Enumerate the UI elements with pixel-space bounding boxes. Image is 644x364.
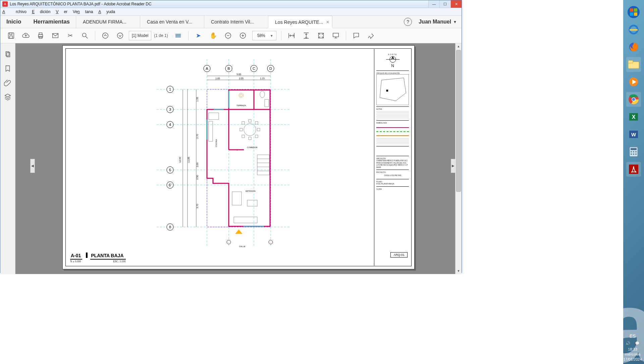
tab-inicio[interactable]: Inicio: [0, 16, 27, 28]
close-button[interactable]: ✕: [450, 0, 462, 8]
hand-tool-icon[interactable]: ✋: [209, 32, 217, 40]
page-down-icon[interactable]: [116, 32, 124, 40]
vertical-scrollbar[interactable]: ▲ ▼: [455, 43, 462, 274]
menu-ver[interactable]: Ver: [56, 9, 67, 14]
page-up-icon[interactable]: [101, 32, 109, 40]
search-icon[interactable]: [81, 32, 89, 40]
separator: [346, 31, 346, 40]
firefox-icon[interactable]: [626, 40, 641, 54]
scroll-down-icon[interactable]: ▼: [455, 268, 462, 274]
separator: [95, 31, 95, 40]
windows-taskbar[interactable]: X W ES 🔊💬 18:33 miércoles 17/01/2024: [623, 0, 644, 364]
title-app: Adobe Acrobat Reader DC: [104, 2, 152, 6]
svg-text:COMEDOR: COMEDOR: [247, 146, 258, 148]
zoom-select[interactable]: 58%▼: [252, 31, 276, 40]
attachment-panel-icon[interactable]: [4, 79, 11, 86]
action-center-icon[interactable]: 💬: [635, 341, 640, 346]
doc-tab-1[interactable]: Casa en Venta en V...: [140, 16, 204, 28]
titlebar[interactable]: A Los Reyes ARQUITECTÓNICO PLANTA BAJA.p…: [0, 0, 462, 8]
pages-panel-icon[interactable]: [4, 51, 11, 58]
svg-rect-73: [257, 155, 269, 175]
menubar: Archivo Edición Ver Ventana Ayuda: [0, 8, 462, 16]
block-spacer: [376, 148, 409, 156]
svg-text:W: W: [631, 132, 636, 137]
title-filename: Los Reyes ARQUITECTÓNICO PLANTA BAJA.pdf: [10, 2, 100, 6]
acrobat-icon[interactable]: [626, 162, 641, 177]
close-tab-icon[interactable]: ✕: [326, 20, 329, 25]
cloud-upload-icon[interactable]: [22, 32, 30, 40]
fit-height-icon[interactable]: [302, 32, 310, 40]
page-model-box[interactable]: [1] Model: [129, 31, 151, 40]
svg-rect-124: [629, 165, 638, 174]
grid-row-1: 1: [169, 87, 171, 91]
clave-box: ARQ-01: [390, 252, 408, 258]
svg-point-83: [260, 91, 265, 98]
location-sketch: [376, 74, 409, 105]
chrome-icon[interactable]: [626, 92, 641, 107]
doc-tab-3-active[interactable]: Los Reyes ARQUITE...✕: [268, 16, 332, 28]
svg-rect-119: [633, 151, 634, 152]
zoom-out-icon[interactable]: [224, 32, 232, 40]
svg-text:1.85: 1.85: [215, 77, 220, 80]
collapse-right-icon[interactable]: ▶: [451, 159, 455, 173]
svg-rect-120: [635, 151, 637, 152]
excel-icon[interactable]: X: [626, 109, 641, 124]
help-icon[interactable]: ?: [404, 18, 412, 26]
user-caret-icon[interactable]: ▼: [453, 20, 457, 24]
scroll-thumb[interactable]: [456, 50, 461, 192]
start-button[interactable]: [626, 5, 641, 19]
comment-icon[interactable]: [352, 32, 360, 40]
svg-text:12.00: 12.00: [179, 157, 181, 163]
menu-ayuda[interactable]: Ayuda: [98, 9, 115, 14]
menu-ventana[interactable]: Ventana: [73, 9, 93, 14]
fit-width-icon[interactable]: [287, 32, 296, 40]
scroll-up-icon[interactable]: ▲: [455, 43, 462, 49]
svg-rect-6: [53, 34, 58, 38]
tray-lang[interactable]: ES: [623, 333, 642, 339]
fit-page-icon[interactable]: [317, 32, 325, 40]
menu-archivo[interactable]: Archivo: [2, 9, 26, 14]
minimize-button[interactable]: —: [428, 0, 439, 8]
maximize-button[interactable]: ☐: [439, 0, 450, 8]
block-ubicacion: UBICACIÓN CARRETERA MÉXICO PUEBLA KM 16.…: [376, 157, 409, 170]
volume-icon[interactable]: 🔊: [626, 341, 630, 346]
word-icon[interactable]: W: [626, 127, 641, 142]
scissors-icon[interactable]: ✂: [66, 32, 74, 40]
svg-rect-121: [631, 153, 632, 155]
layers-panel-icon[interactable]: [4, 93, 11, 100]
svg-point-8: [103, 33, 108, 39]
explorer-icon[interactable]: [626, 57, 641, 72]
grid-col-D: D: [269, 66, 272, 71]
doc-tab-2[interactable]: Contrato Interm Vil...: [204, 16, 268, 28]
zoom-in-icon[interactable]: [239, 32, 247, 40]
wmp-icon[interactable]: [626, 75, 641, 89]
svg-rect-64: [249, 137, 251, 140]
svg-text:2.00: 2.00: [196, 163, 199, 167]
svg-text:TERRAZA: TERRAZA: [236, 104, 246, 106]
print-icon[interactable]: [37, 32, 45, 40]
tab-herramientas[interactable]: Herramientas: [27, 16, 76, 28]
document-view[interactable]: ◀ ▶ ▲ ▼: [15, 43, 462, 274]
svg-point-62: [244, 124, 256, 136]
svg-point-9: [117, 33, 123, 39]
svg-point-91: [227, 240, 231, 244]
tray-time[interactable]: 18:33: [623, 347, 642, 352]
block-clave: CLAVE: [376, 188, 409, 190]
read-mode-icon[interactable]: [332, 32, 340, 40]
collapse-left-icon[interactable]: ◀: [30, 159, 35, 173]
sign-icon[interactable]: [367, 32, 375, 40]
svg-rect-63: [249, 120, 251, 122]
select-arrow-icon[interactable]: ➤: [195, 32, 203, 40]
svg-rect-5: [39, 37, 42, 39]
mail-icon[interactable]: [51, 32, 59, 40]
menu-edicion[interactable]: Edición: [32, 9, 50, 14]
svg-text:1.35: 1.35: [196, 97, 199, 102]
calculator-icon[interactable]: [626, 144, 641, 159]
save-icon[interactable]: [7, 32, 15, 40]
system-tray[interactable]: ES 🔊💬 18:33 miércoles 17/01/2024: [623, 333, 642, 362]
bookmark-panel-icon[interactable]: [4, 65, 11, 72]
doc-tab-0[interactable]: ADENDUM FIRMA...: [76, 16, 140, 28]
thumbnails-icon[interactable]: [174, 32, 182, 40]
ie-icon[interactable]: [626, 22, 641, 37]
user-menu[interactable]: Juan Manuel: [419, 19, 451, 25]
